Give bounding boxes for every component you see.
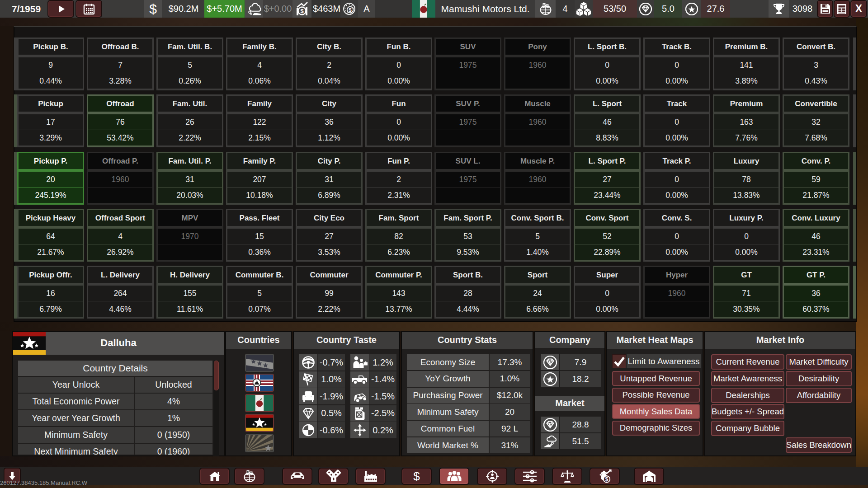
- svg-text:$: $: [605, 476, 608, 483]
- svg-text:$: $: [300, 8, 304, 14]
- svg-text:$: $: [349, 7, 352, 13]
